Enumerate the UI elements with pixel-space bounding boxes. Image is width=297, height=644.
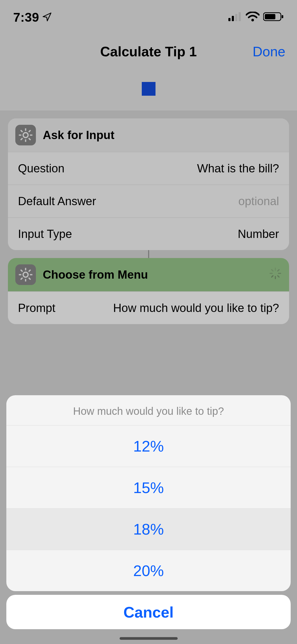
- action-sheet-title: How much would you like to tip?: [6, 395, 291, 426]
- action-sheet: How much would you like to tip? 12% 15% …: [6, 395, 291, 591]
- home-indicator[interactable]: [120, 637, 178, 640]
- action-sheet-option[interactable]: 18%: [6, 509, 291, 550]
- action-sheet-option[interactable]: 12%: [6, 426, 291, 467]
- cancel-button[interactable]: Cancel: [6, 595, 291, 629]
- action-sheet-option[interactable]: 15%: [6, 467, 291, 509]
- action-sheet-option[interactable]: 20%: [6, 550, 291, 591]
- cancel-label: Cancel: [123, 603, 173, 621]
- screen: 7:39: [0, 0, 297, 644]
